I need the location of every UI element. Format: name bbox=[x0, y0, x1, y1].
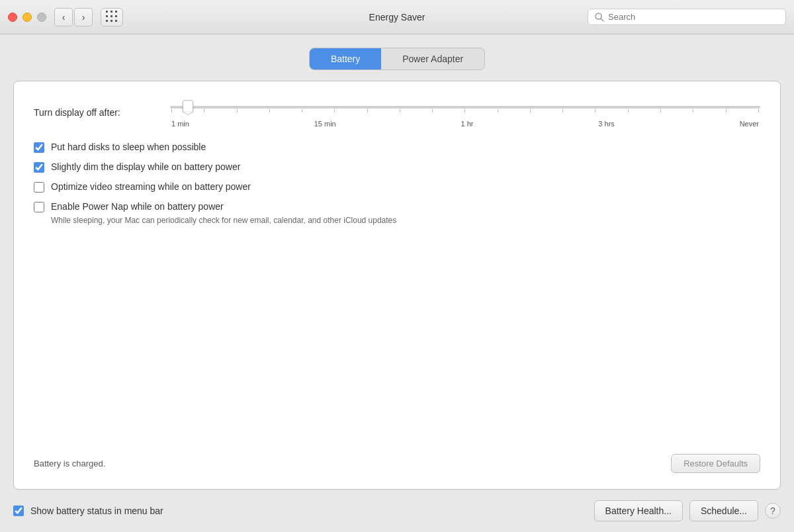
slider-track-wrapper bbox=[170, 97, 760, 117]
status-row: Battery is charged. Restore Defaults bbox=[34, 447, 760, 473]
minimize-button[interactable] bbox=[22, 13, 32, 22]
help-button[interactable]: ? bbox=[765, 503, 781, 519]
power-nap-sublabel: While sleeping, your Mac can periodicall… bbox=[51, 215, 396, 226]
checkbox-dim-display: Slightly dim the display while on batter… bbox=[34, 161, 760, 173]
power-nap-checkbox[interactable] bbox=[34, 202, 44, 212]
show-battery-label[interactable]: Show battery status in menu bar bbox=[30, 506, 163, 516]
tick-label-never: Never bbox=[740, 120, 759, 128]
settings-panel: Turn display off after: bbox=[13, 81, 781, 490]
back-button[interactable]: ‹ bbox=[54, 8, 73, 26]
tick-label-15min: 15 min bbox=[314, 120, 336, 128]
optimize-video-checkbox[interactable] bbox=[34, 182, 44, 193]
slider-container: 1 min 15 min 1 hr 3 hrs Never bbox=[170, 97, 760, 128]
battery-status-text: Battery is charged. bbox=[34, 459, 105, 468]
optimize-video-label-wrap: Optimize video streaming while on batter… bbox=[51, 181, 251, 193]
grid-view-button[interactable] bbox=[101, 8, 123, 26]
checkbox-optimize-video: Optimize video streaming while on batter… bbox=[34, 181, 760, 193]
slider-track bbox=[170, 106, 760, 109]
checkbox-power-nap: Enable Power Nap while on battery power … bbox=[34, 200, 760, 226]
optimize-video-label[interactable]: Optimize video streaming while on batter… bbox=[51, 181, 251, 192]
titlebar: ‹ › Energy Saver bbox=[0, 0, 794, 34]
show-battery-row: Show battery status in menu bar bbox=[13, 506, 163, 516]
dim-display-checkbox[interactable] bbox=[34, 162, 44, 173]
search-input[interactable] bbox=[608, 12, 779, 22]
tab-bar: Battery Power Adapter bbox=[13, 48, 781, 70]
tick-label-1hr: 1 hr bbox=[461, 120, 474, 128]
close-button[interactable] bbox=[8, 13, 17, 22]
hd-sleep-label[interactable]: Put hard disks to sleep when possible bbox=[51, 142, 206, 152]
power-nap-label-wrap: Enable Power Nap while on battery power … bbox=[51, 200, 396, 226]
grid-dots-icon bbox=[106, 11, 118, 23]
dim-display-label[interactable]: Slightly dim the display while on batter… bbox=[51, 161, 240, 172]
panel-spacer bbox=[34, 240, 760, 434]
nav-buttons: ‹ › bbox=[54, 8, 93, 26]
tick-label-1min: 1 min bbox=[171, 120, 189, 128]
tick-label-3hrs: 3 hrs bbox=[598, 120, 614, 128]
forward-button[interactable]: › bbox=[74, 8, 93, 26]
bottom-actions: Battery Health... Schedule... ? bbox=[594, 500, 781, 521]
traffic-lights bbox=[8, 13, 46, 22]
hd-sleep-label-wrap: Put hard disks to sleep when possible bbox=[51, 141, 206, 153]
search-box[interactable] bbox=[588, 9, 786, 25]
fullscreen-button[interactable] bbox=[37, 13, 46, 22]
power-nap-label[interactable]: Enable Power Nap while on battery power bbox=[51, 201, 224, 212]
slider-row: Turn display off after: bbox=[34, 97, 760, 128]
slider-thumb[interactable] bbox=[183, 100, 193, 112]
tab-battery[interactable]: Battery bbox=[310, 48, 381, 69]
hd-sleep-checkbox[interactable] bbox=[34, 142, 44, 153]
checkbox-hd-sleep: Put hard disks to sleep when possible bbox=[34, 141, 760, 153]
display-sleep-section: Turn display off after: bbox=[34, 97, 760, 128]
restore-defaults-button[interactable]: Restore Defaults bbox=[671, 454, 760, 473]
battery-health-button[interactable]: Battery Health... bbox=[594, 500, 683, 521]
search-icon bbox=[595, 13, 604, 22]
window-title: Energy Saver bbox=[369, 12, 425, 22]
checkbox-section: Put hard disks to sleep when possible Sl… bbox=[34, 141, 760, 226]
tick-marks bbox=[170, 109, 760, 112]
main-content: Battery Power Adapter Turn display off a… bbox=[0, 34, 794, 490]
svg-line-1 bbox=[601, 19, 603, 21]
dim-display-label-wrap: Slightly dim the display while on batter… bbox=[51, 161, 240, 173]
bottom-bar: Show battery status in menu bar Battery … bbox=[0, 490, 794, 532]
tab-group: Battery Power Adapter bbox=[309, 48, 485, 70]
slider-label: Turn display off after: bbox=[34, 107, 159, 118]
show-battery-checkbox[interactable] bbox=[13, 506, 24, 516]
tab-power-adapter[interactable]: Power Adapter bbox=[381, 48, 484, 69]
tick-labels: 1 min 15 min 1 hr 3 hrs Never bbox=[170, 120, 760, 128]
schedule-button[interactable]: Schedule... bbox=[689, 500, 758, 521]
